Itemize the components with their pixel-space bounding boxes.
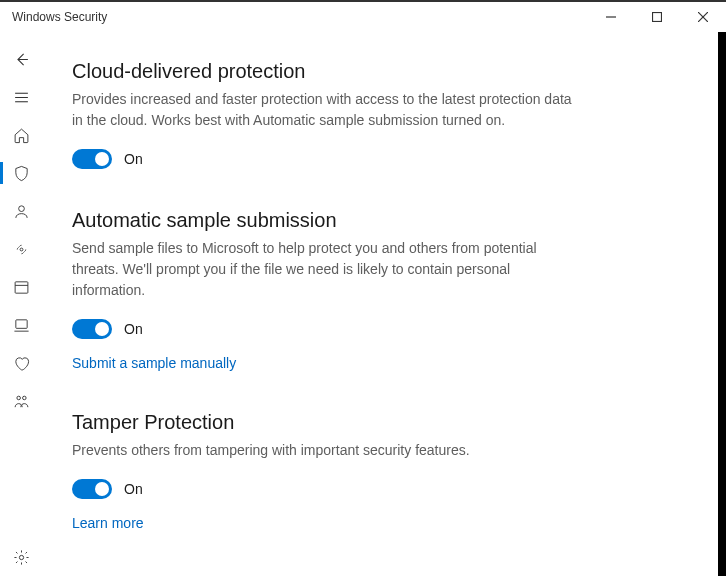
back-button[interactable] <box>0 40 42 78</box>
svg-point-13 <box>16 396 20 400</box>
nav-firewall[interactable] <box>0 230 42 268</box>
learn-more-link[interactable]: Learn more <box>72 515 144 531</box>
nav-virus-protection[interactable] <box>0 154 42 192</box>
window-title: Windows Security <box>12 10 107 24</box>
toggle-row: On <box>72 149 686 169</box>
toggle-row: On <box>72 319 686 339</box>
close-button[interactable] <box>680 2 726 32</box>
section-cloud-protection: Cloud-delivered protection Provides incr… <box>72 60 686 169</box>
cloud-protection-toggle[interactable] <box>72 149 112 169</box>
toggle-row: On <box>72 479 686 499</box>
right-border <box>718 32 726 576</box>
nav-device-health[interactable] <box>0 344 42 382</box>
svg-point-15 <box>19 555 23 559</box>
sidebar <box>0 32 42 576</box>
toggle-state-label: On <box>124 151 143 167</box>
section-heading: Tamper Protection <box>72 411 686 434</box>
section-description: Prevents others from tampering with impo… <box>72 440 572 461</box>
window-controls <box>588 2 726 32</box>
section-sample-submission: Automatic sample submission Send sample … <box>72 209 686 371</box>
svg-point-14 <box>22 396 26 400</box>
section-description: Provides increased and faster protection… <box>72 89 572 131</box>
svg-point-8 <box>20 248 23 251</box>
section-heading: Cloud-delivered protection <box>72 60 686 83</box>
section-description: Send sample files to Microsoft to help p… <box>72 238 572 301</box>
nav-app-browser[interactable] <box>0 268 42 306</box>
toggle-state-label: On <box>124 481 143 497</box>
nav-account-protection[interactable] <box>0 192 42 230</box>
section-tamper-protection: Tamper Protection Prevents others from t… <box>72 411 686 531</box>
svg-rect-9 <box>15 281 28 292</box>
maximize-button[interactable] <box>634 2 680 32</box>
nav-family-options[interactable] <box>0 382 42 420</box>
content-area: Cloud-delivered protection Provides incr… <box>42 32 726 576</box>
submit-sample-link[interactable]: Submit a sample manually <box>72 355 236 371</box>
nav-settings[interactable] <box>0 538 42 576</box>
svg-rect-1 <box>653 13 662 22</box>
section-heading: Automatic sample submission <box>72 209 686 232</box>
svg-rect-11 <box>15 319 26 328</box>
tamper-protection-toggle[interactable] <box>72 479 112 499</box>
minimize-button[interactable] <box>588 2 634 32</box>
svg-point-7 <box>18 205 24 211</box>
titlebar: Windows Security <box>0 0 726 32</box>
toggle-state-label: On <box>124 321 143 337</box>
sample-submission-toggle[interactable] <box>72 319 112 339</box>
menu-button[interactable] <box>0 78 42 116</box>
nav-home[interactable] <box>0 116 42 154</box>
nav-device-security[interactable] <box>0 306 42 344</box>
